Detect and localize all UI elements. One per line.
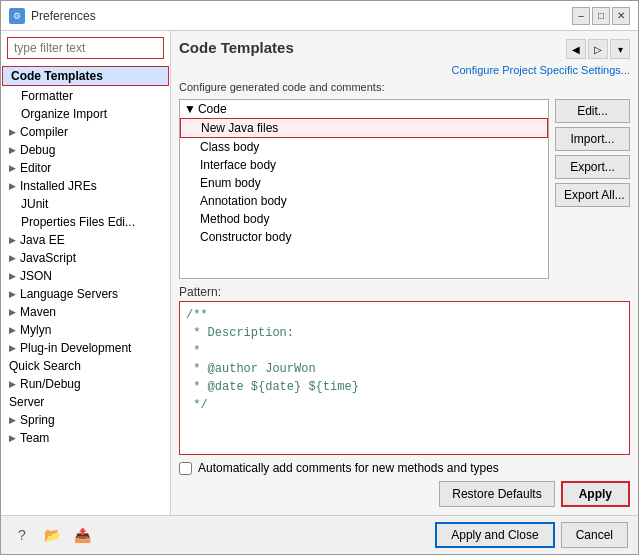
restore-defaults-button[interactable]: Restore Defaults <box>439 481 554 507</box>
template-item-constructor-body[interactable]: Constructor body <box>180 228 548 246</box>
back-button[interactable]: ◀ <box>566 39 586 59</box>
search-input[interactable] <box>7 37 164 59</box>
pattern-content-line1: /** <box>186 308 208 322</box>
pattern-section: Pattern: /** * Description: * * @author … <box>179 285 630 455</box>
forward-button[interactable]: ▷ <box>588 39 608 59</box>
nav-buttons: ◀ ▷ ▾ <box>566 39 630 59</box>
sidebar-item-editor[interactable]: ▶ Editor <box>1 159 170 177</box>
auto-comments-checkbox[interactable] <box>179 462 192 475</box>
export-prefs-icon[interactable]: 📤 <box>71 524 93 546</box>
mylyn-arrow: ▶ <box>9 325 16 335</box>
plugin-dev-label: Plug-in Development <box>20 341 131 355</box>
sidebar-item-plugin-dev[interactable]: ▶ Plug-in Development <box>1 339 170 357</box>
sidebar-item-server[interactable]: Server <box>1 393 170 411</box>
new-java-label: New Java files <box>185 121 278 135</box>
main-content: Code Templates Formatter Organize Import… <box>1 31 638 515</box>
debug-arrow: ▶ <box>9 145 16 155</box>
sidebar-item-json[interactable]: ▶ JSON <box>1 267 170 285</box>
editor-arrow: ▶ <box>9 163 16 173</box>
side-buttons: Edit... Import... Export... Export All..… <box>555 99 630 279</box>
organize-import-label: Organize Import <box>21 107 107 121</box>
sidebar-item-properties-files[interactable]: Properties Files Edi... <box>1 213 170 231</box>
apply-and-close-button[interactable]: Apply and Close <box>435 522 554 548</box>
template-item-class-body[interactable]: Class body <box>180 138 548 156</box>
right-panel: Code Templates ◀ ▷ ▾ Configure Project S… <box>171 31 638 515</box>
installed-jres-arrow: ▶ <box>9 181 16 191</box>
maven-arrow: ▶ <box>9 307 16 317</box>
panel-header: Code Templates ◀ ▷ ▾ <box>179 39 630 59</box>
pattern-content-line6: */ <box>186 398 208 412</box>
sidebar-item-mylyn[interactable]: ▶ Mylyn <box>1 321 170 339</box>
enum-body-label: Enum body <box>184 176 261 190</box>
template-tree: ▼ Code New Java files Class body Interfa… <box>179 99 549 279</box>
pattern-content-line5: * @date ${date} ${time} <box>186 380 359 394</box>
checkbox-row: Automatically add comments for new metho… <box>179 461 630 475</box>
dropdown-button[interactable]: ▾ <box>610 39 630 59</box>
maximize-button[interactable]: □ <box>592 7 610 25</box>
installed-jres-label: Installed JREs <box>20 179 97 193</box>
annotation-body-label: Annotation body <box>184 194 287 208</box>
title-controls: – □ ✕ <box>572 7 630 25</box>
template-group-code[interactable]: ▼ Code <box>180 100 548 118</box>
sidebar-item-quick-search[interactable]: Quick Search <box>1 357 170 375</box>
pattern-content-line4: * @author JourWon <box>186 362 316 376</box>
sidebar-item-java-ee[interactable]: ▶ Java EE <box>1 231 170 249</box>
junit-label: JUnit <box>21 197 48 211</box>
sidebar-item-spring[interactable]: ▶ Spring <box>1 411 170 429</box>
sidebar-item-javascript[interactable]: ▶ JavaScript <box>1 249 170 267</box>
sidebar-item-code-templates[interactable]: Code Templates <box>2 66 169 86</box>
sidebar-item-team[interactable]: ▶ Team <box>1 429 170 447</box>
spring-arrow: ▶ <box>9 415 16 425</box>
import-button[interactable]: Import... <box>555 127 630 151</box>
help-icon[interactable]: ? <box>11 524 33 546</box>
sidebar-item-debug[interactable]: ▶ Debug <box>1 141 170 159</box>
sidebar-item-formatter[interactable]: Formatter <box>1 87 170 105</box>
export-button[interactable]: Export... <box>555 155 630 179</box>
close-button[interactable]: ✕ <box>612 7 630 25</box>
configure-link[interactable]: Configure Project Specific Settings... <box>451 64 630 76</box>
mylyn-label: Mylyn <box>20 323 51 337</box>
bottom-bar: ? 📂 📤 Apply and Close Cancel <box>1 515 638 554</box>
bottom-right-buttons: Apply and Close Cancel <box>435 522 628 548</box>
properties-files-label: Properties Files Edi... <box>21 215 135 229</box>
sidebar-item-maven[interactable]: ▶ Maven <box>1 303 170 321</box>
template-item-interface-body[interactable]: Interface body <box>180 156 548 174</box>
plugin-dev-arrow: ▶ <box>9 343 16 353</box>
server-label: Server <box>9 395 44 409</box>
sidebar-item-run-debug[interactable]: ▶ Run/Debug <box>1 375 170 393</box>
minimize-button[interactable]: – <box>572 7 590 25</box>
title-bar-left: ⚙ Preferences <box>9 8 96 24</box>
javascript-arrow: ▶ <box>9 253 16 263</box>
template-item-new-java[interactable]: New Java files <box>180 118 548 138</box>
template-item-annotation-body[interactable]: Annotation body <box>180 192 548 210</box>
import-prefs-icon[interactable]: 📂 <box>41 524 63 546</box>
interface-body-label: Interface body <box>184 158 276 172</box>
quick-search-label: Quick Search <box>9 359 81 373</box>
pattern-content-line2: * Description: <box>186 326 294 340</box>
window-title: Preferences <box>31 9 96 23</box>
team-arrow: ▶ <box>9 433 16 443</box>
export-all-button[interactable]: Export All... <box>555 183 630 207</box>
panel-title: Code Templates <box>179 39 294 56</box>
pattern-label: Pattern: <box>179 285 630 299</box>
cancel-button[interactable]: Cancel <box>561 522 628 548</box>
sidebar-tree: Code Templates Formatter Organize Import… <box>1 65 170 515</box>
code-expand-arrow: ▼ <box>184 102 196 116</box>
template-item-enum-body[interactable]: Enum body <box>180 174 548 192</box>
java-ee-arrow: ▶ <box>9 235 16 245</box>
preferences-window: ⚙ Preferences – □ ✕ Code Templates Forma… <box>0 0 639 555</box>
edit-button[interactable]: Edit... <box>555 99 630 123</box>
run-debug-label: Run/Debug <box>20 377 81 391</box>
sidebar-item-junit[interactable]: JUnit <box>1 195 170 213</box>
apply-button[interactable]: Apply <box>561 481 630 507</box>
sidebar-item-language-servers[interactable]: ▶ Language Servers <box>1 285 170 303</box>
template-item-method-body[interactable]: Method body <box>180 210 548 228</box>
java-ee-label: Java EE <box>20 233 65 247</box>
sidebar-item-organize-import[interactable]: Organize Import <box>1 105 170 123</box>
language-servers-arrow: ▶ <box>9 289 16 299</box>
sidebar-item-compiler[interactable]: ▶ Compiler <box>1 123 170 141</box>
sidebar-item-installed-jres[interactable]: ▶ Installed JREs <box>1 177 170 195</box>
code-templates-label: Code Templates <box>11 69 103 83</box>
pattern-box[interactable]: /** * Description: * * @author JourWon *… <box>179 301 630 455</box>
code-group-label: Code <box>198 102 227 116</box>
